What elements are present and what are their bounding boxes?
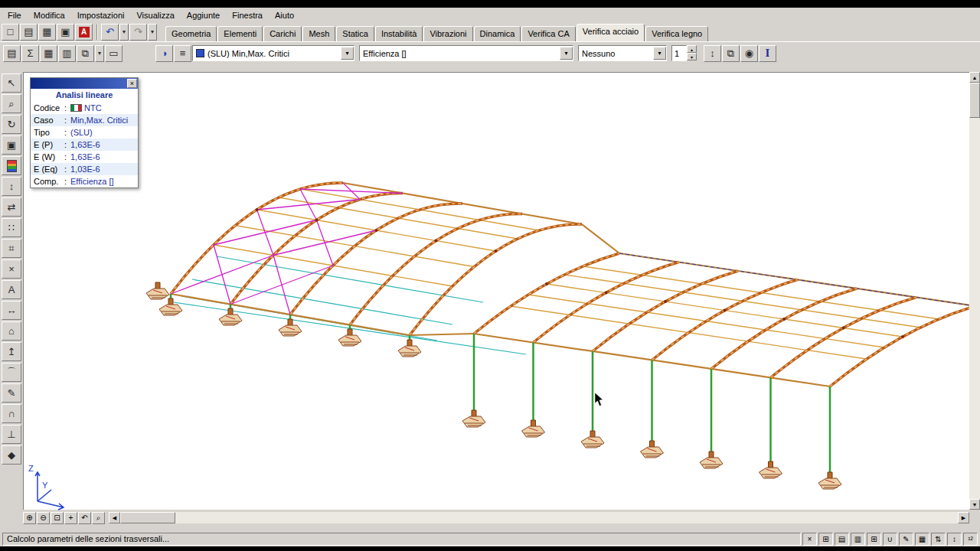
tab-verifica-ca[interactable]: Verifica CA [521,26,575,41]
edit-icon[interactable]: ✎ [899,533,913,546]
sheet-icon[interactable]: ▥ [58,45,76,62]
select-arrow-icon[interactable]: ↖ [2,73,21,93]
list-icon[interactable]: ▤ [835,533,849,546]
sort-icon[interactable]: ⇅ [931,533,946,546]
menu-modifica[interactable]: Modifica [28,9,71,21]
menu-file[interactable]: File [2,9,28,21]
load-case-combo[interactable]: (SLU) Min,Max. Critici ▾ [192,45,354,61]
extrude-icon[interactable]: ↥ [2,342,21,361]
zoom-out-icon[interactable]: ⊖ [37,512,50,524]
display-options-icon[interactable]: ▭ [105,45,122,62]
vertical-scroll-track[interactable] [969,118,980,499]
swap-view-icon[interactable]: ⇄ [2,197,21,217]
tab-verifica-acciaio[interactable]: Verifica acciaio [577,24,645,41]
deselect-icon[interactable]: × [802,533,817,546]
beam-section-icon[interactable]: I [759,45,776,62]
delete-icon[interactable]: × [2,259,21,279]
layers-icon[interactable]: ⧉ [77,45,94,62]
menu-finestra[interactable]: Finestra [226,9,269,21]
arc-icon[interactable]: ⌒ [2,363,21,382]
rotate-view-icon[interactable]: ↻ [2,115,21,134]
report-pages-icon[interactable]: ⧉ [722,45,740,62]
snap-grid-icon[interactable]: ∷ [2,218,21,237]
panel-titlebar[interactable]: × [31,78,138,89]
dimension-icon[interactable]: ↕ [2,177,21,196]
section-cut-icon[interactable]: ⊥ [2,425,21,444]
mesh-grid-icon[interactable]: ▦ [915,533,929,546]
open-file-icon[interactable]: ▤ [20,24,38,41]
previous-view-icon[interactable]: ↶ [78,512,91,524]
spinner-up-icon[interactable]: ▴ [687,45,697,53]
tab-verifica-legno[interactable]: Verifica legno [645,26,708,41]
close-icon[interactable]: × [127,79,137,88]
undo-icon[interactable]: ↶ [101,24,119,41]
layers-dropdown-icon[interactable]: ▾ [95,45,104,62]
text-annotation-icon[interactable]: A [2,280,21,299]
magnet-icon[interactable]: ∪ [883,533,897,546]
chevron-down-icon[interactable]: ▾ [341,47,354,60]
color-scale-icon[interactable] [2,156,21,175]
numbering-icon[interactable]: ¹² [963,533,978,546]
axis-triad [35,472,64,510]
fit-height-icon[interactable]: ↕ [947,533,962,546]
model-viewport[interactable]: Z Y X × Analisi lineare Codice : NTC Cas… [23,72,969,510]
chevron-down-icon[interactable]: ▾ [560,47,573,60]
region-select-icon[interactable]: ⌗ [2,239,21,258]
phase-icon[interactable]: ◑ [155,45,173,62]
vertical-scroll-thumb[interactable] [969,83,980,118]
tab-vibrazioni[interactable]: Vibrazioni [423,26,472,41]
sum-values-icon[interactable]: Σ [21,45,39,62]
stretch-icon[interactable]: ↔ [2,301,21,320]
tab-geometria[interactable]: Geometria [165,26,217,41]
tab-instabilita[interactable]: Instabilità [375,26,423,41]
zoom-window-icon[interactable]: ⌕ [92,512,105,524]
scroll-left-icon[interactable]: ◀ [109,512,120,523]
spinner-down-icon[interactable]: ▾ [687,53,697,60]
horizontal-scroll-track[interactable] [175,512,958,523]
tab-statica[interactable]: Statica [336,26,374,41]
analysis-info-panel[interactable]: × Analisi lineare Codice : NTC Caso : Mi… [30,77,139,188]
home-view-icon[interactable]: ⌂ [2,321,21,341]
redo-icon[interactable]: ↷ [129,24,147,41]
redo-dropdown-icon[interactable]: ▾ [148,24,157,41]
vertical-scrollbar[interactable]: ▲ ▼ [969,72,980,510]
new-file-icon[interactable]: □ [2,24,19,41]
clipboard-icon[interactable]: ▣ [2,135,21,155]
horizontal-scroll-thumb[interactable] [120,512,175,523]
zoom-in-icon[interactable]: ⊕ [23,512,36,524]
zoom-icon[interactable]: ⌕ [2,94,21,113]
print-report-icon[interactable]: ▤ [3,45,21,62]
scroll-down-icon[interactable]: ▼ [969,499,980,510]
tab-elementi[interactable]: Elementi [217,26,263,41]
nodes-icon[interactable]: ⊞ [818,533,833,546]
undo-dropdown-icon[interactable]: ▾ [119,24,129,41]
pencil-icon[interactable]: ✎ [2,383,21,403]
zoom-extents-icon[interactable]: ⊡ [51,512,64,524]
scroll-right-icon[interactable]: ▶ [958,512,969,523]
chevron-down-icon[interactable]: ▾ [653,47,666,60]
panels-icon[interactable]: ▥ [851,533,865,546]
display-mode-combo[interactable]: Nessuno ▾ [578,45,667,61]
save-icon[interactable]: ▦ [38,24,56,41]
tab-mesh[interactable]: Mesh [302,26,335,41]
tab-dinamica[interactable]: Dinamica [474,26,521,41]
menu-impostazioni[interactable]: Impostazioni [71,9,131,21]
print-icon[interactable]: ▣ [57,24,74,41]
marker-icon[interactable]: ◆ [2,445,21,465]
maxmin-envelope-icon[interactable]: ↕ [704,45,721,62]
tab-carichi[interactable]: Carichi [263,26,302,41]
menu-aiuto[interactable]: Aiuto [269,9,300,21]
scroll-up-icon[interactable]: ▲ [969,72,980,83]
menu-aggiunte[interactable]: Aggiunte [181,9,226,21]
pan-icon[interactable]: + [64,512,77,524]
arch-icon[interactable]: ∩ [2,404,21,423]
result-type-combo[interactable]: Efficienza [] ▾ [359,45,573,61]
menu-visualizza[interactable]: Visualizza [130,9,180,21]
table-icon[interactable]: ▦ [40,45,57,62]
pdf-export-icon[interactable]: A [75,24,93,41]
target-node-icon[interactable]: ◉ [740,45,758,62]
scale-spinner-input[interactable] [671,45,687,61]
horizontal-scrollbar[interactable]: ◀ ▶ [109,512,969,523]
result-list-icon[interactable]: ≡ [174,45,191,62]
loads-icon[interactable]: ⊞ [867,533,881,546]
